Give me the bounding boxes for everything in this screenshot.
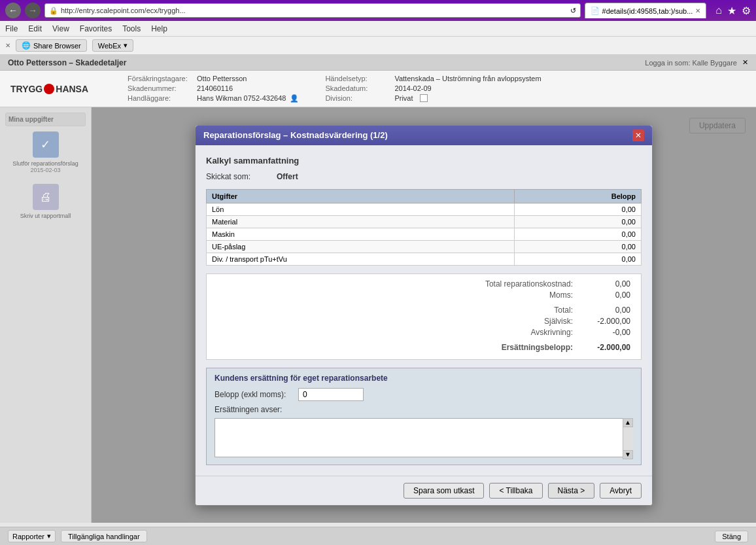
checkmark-icon: ✓ (41, 137, 50, 152)
summary-sjalvisk: Självisk: -2.000,00 (217, 317, 630, 326)
tillbaka-button[interactable]: < Tillbaka (489, 483, 542, 499)
menu-favorites[interactable]: Favorites (80, 24, 112, 33)
belopp-label: Belopp (exkl moms): (215, 390, 293, 399)
handlaggare-value: Hans Wikman 0752-432648 (197, 94, 286, 103)
rapporter-dropdown-icon: ▾ (47, 532, 51, 540)
app-header-close-icon[interactable]: ✕ (742, 58, 748, 67)
privat-checkbox[interactable] (420, 94, 428, 102)
division-label: Division: (325, 94, 390, 102)
division-value: Privat (394, 94, 413, 102)
tab-bar: 📄 #details(id:49585,tab:)/sub... ✕ (585, 3, 707, 18)
sidebar-date: 2015-02-03 (5, 167, 86, 173)
ersattning-label: Ersättningsbelopp: (442, 343, 573, 352)
address-text: http://entry.scalepoint.com/ecx/tryggh..… (61, 7, 568, 14)
menu-file[interactable]: File (5, 24, 18, 33)
total-label: Total: (442, 306, 573, 315)
menu-edit[interactable]: Edit (28, 24, 42, 33)
spara-button[interactable]: Spara som utkast (404, 483, 484, 499)
app-header-title: Otto Pettersson – Skadedetaljer (8, 58, 126, 67)
person-icon: 👤 (290, 94, 299, 103)
belopp-input[interactable] (298, 388, 364, 401)
toolbar: ✕ 🌐 Share Browser WebEx ▾ (0, 37, 756, 55)
col-belopp: Belopp (515, 189, 642, 203)
home-icon[interactable]: ⌂ (715, 5, 722, 17)
summary-section: Total reparationskostnad: 0,00 Moms: 0,0… (206, 273, 642, 360)
app-area: Otto Pettersson – Skadedetaljer Logga in… (0, 55, 756, 545)
row-div-label: Div. / transport pTu+tVu (207, 253, 515, 265)
row-ue-label: UE-påslag (207, 240, 515, 253)
total-rep-value: 0,00 (578, 279, 630, 289)
avskrivning-label: Avskrivning: (442, 328, 573, 337)
total-value: 0,00 (578, 306, 630, 315)
ersattning-value: -2.000,00 (578, 343, 630, 352)
app-header: Otto Pettersson – Skadedetaljer Logga in… (0, 55, 756, 71)
case-info-right: Händelsetyp: Vattenskada – Utströmning f… (325, 75, 541, 103)
star-icon[interactable]: ★ (727, 5, 736, 17)
webex-button[interactable]: WebEx ▾ (92, 39, 133, 52)
scroll-down-button[interactable]: ▼ (623, 450, 633, 459)
sidebar-item-rapportmall[interactable]: 🖨 (33, 184, 59, 210)
back-button[interactable]: ← (5, 3, 21, 18)
share-browser-icon: 🌐 (22, 41, 31, 50)
summary-avskrivning: Avskrivning: -0,00 (217, 328, 630, 337)
webex-label: WebEx (98, 42, 121, 50)
cost-table: Utgifter Belopp Lön 0,00 Mater (206, 189, 642, 266)
menu-view[interactable]: View (52, 24, 69, 33)
menu-tools[interactable]: Tools (122, 24, 141, 33)
menu-bar: File Edit View Favorites Tools Help (0, 21, 756, 37)
tillgangliga-button[interactable]: Tillgängliga handlingar (61, 530, 147, 542)
ersattning-textarea[interactable] (215, 418, 633, 457)
moms-value: 0,00 (578, 290, 630, 300)
bottom-bar: Rapporter ▾ Tillgängliga handlingar Stän… (0, 527, 756, 545)
rapporter-button[interactable]: Rapporter ▾ (8, 530, 56, 542)
scrollbar-area: ▲ ▼ (623, 418, 633, 459)
row-lon-label: Lön (207, 203, 515, 215)
address-bar[interactable]: 🔒 http://entry.scalepoint.com/ecx/tryggh… (44, 3, 581, 18)
address-icon: 🔒 (49, 7, 58, 15)
moms-label: Moms: (442, 290, 573, 300)
sidebar-section-title: Mina uppgifter (5, 113, 86, 126)
nasta-button[interactable]: Nästa > (548, 483, 595, 499)
share-browser-label: Share Browser (33, 42, 81, 50)
table-row: Div. / transport pTu+tVu 0,00 (207, 253, 642, 265)
avbryt-button[interactable]: Avbryt (600, 483, 642, 499)
stang-button[interactable]: Stäng (715, 531, 748, 542)
bottom-left: Rapporter ▾ Tillgängliga handlingar (8, 530, 147, 542)
summary-moms: Moms: 0,00 (217, 290, 630, 300)
print-icon: 🖨 (40, 190, 52, 204)
row-material-value: 0,00 (515, 215, 642, 228)
row-div-value: 0,00 (515, 253, 642, 265)
toolbar-close-icon[interactable]: ✕ (5, 42, 10, 49)
modal-overlay: Reparationsförslag – Kostnadsvärdering (… (92, 107, 756, 523)
rapporter-label: Rapporter (12, 533, 44, 540)
handelsetyp-label: Händelsetyp: (325, 75, 390, 82)
forsakringstagare-value: Otto Pettersson (197, 75, 247, 82)
browser-tab[interactable]: 📄 #details(id:49585,tab:)/sub... ✕ (585, 3, 707, 18)
modal-title: Reparationsförslag – Kostnadsvärdering (… (203, 130, 388, 140)
modal-close-button[interactable]: ✕ (632, 130, 644, 141)
case-info: TRYGGHANSA Försäkringstagare: Otto Pette… (0, 71, 756, 107)
summary-ersattning: Ersättningsbelopp: -2.000,00 (217, 343, 630, 352)
row-ue-value: 0,00 (515, 240, 642, 253)
forward-button[interactable]: → (25, 3, 41, 18)
menu-help[interactable]: Help (151, 24, 167, 33)
row-maskin-value: 0,00 (515, 228, 642, 240)
trygg-hansa-logo: TRYGGHANSA (10, 84, 88, 94)
table-row: Maskin 0,00 (207, 228, 642, 240)
sjalvisk-label: Självisk: (442, 317, 573, 326)
summary-total-rep: Total reparationskostnad: 0,00 (217, 279, 630, 289)
avskrivning-value: -0,00 (578, 328, 630, 337)
summary-total: Total: 0,00 (217, 306, 630, 315)
tab-icon: 📄 (591, 7, 600, 15)
tab-close-button[interactable]: ✕ (695, 7, 700, 14)
row-material-label: Material (207, 215, 515, 228)
handlaggare-label: Handläggare: (128, 94, 193, 103)
refresh-icon[interactable]: ↺ (570, 7, 576, 15)
sidebar-item-slutfor[interactable]: ✓ (33, 132, 59, 158)
gear-icon[interactable]: ⚙ (742, 5, 751, 17)
modal-body: Kalkyl sammanfattning Skickat som: Offer… (196, 145, 652, 476)
share-browser-button[interactable]: 🌐 Share Browser (16, 39, 87, 52)
scroll-up-button[interactable]: ▲ (623, 418, 633, 427)
modal-header: Reparationsförslag – Kostnadsvärdering (… (196, 126, 652, 145)
login-label: Logga in som: Kalle Byggare (645, 59, 737, 67)
